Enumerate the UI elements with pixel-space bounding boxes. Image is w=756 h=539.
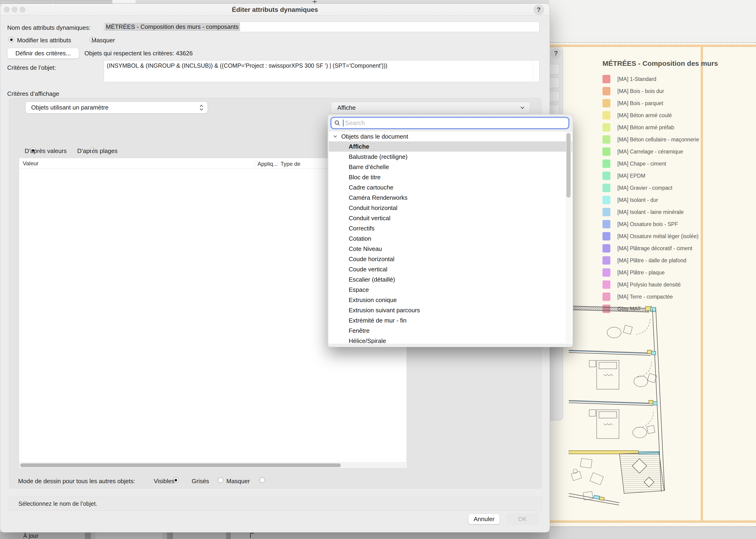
- list-item[interactable]: Conduit vertical: [329, 213, 572, 223]
- toolbar-divider: [167, 532, 173, 539]
- object-search-popup: Search Objets dans le document Affiche B…: [327, 114, 573, 347]
- radio-modify-attributes[interactable]: [8, 37, 14, 42]
- popup-scrollbar-thumb[interactable]: [566, 133, 571, 198]
- color-swatch: [603, 147, 610, 156]
- legend-label: [MA] Béton cellulaire - maçonnerie: [617, 136, 699, 143]
- list-item[interactable]: Coude horizontal: [329, 254, 572, 264]
- dialog-titlebar[interactable]: Éditer attributs dynamiques ?: [0, 4, 550, 16]
- object-criteria-label: Critères de l’objet:: [7, 64, 56, 71]
- column-header-applique[interactable]: Appliq...: [258, 161, 278, 167]
- legend-row: [MA] Plâtre - plaque: [603, 267, 751, 278]
- legend-row: [MA] Carrelage - céramique: [603, 146, 751, 158]
- color-swatch: [603, 160, 610, 168]
- legend-row: [MA] Isolant - laine minérale: [603, 206, 751, 218]
- list-item[interactable]: Cotation: [329, 233, 572, 244]
- horizontal-scrollbar[interactable]: [19, 462, 406, 468]
- criteria-count: Objets qui respectent les critères: 4362…: [84, 50, 193, 57]
- radio-grises-label: Grisés: [192, 478, 209, 485]
- legend-row: [MA] Béton armé coulé: [603, 109, 751, 121]
- list-item[interactable]: Barre d’échelle: [329, 162, 572, 172]
- parameter-select[interactable]: Objets utilisant un paramètre: [25, 102, 208, 114]
- legend-label: [MA] Chape - ciment: [617, 161, 666, 167]
- text-caret: [343, 119, 344, 126]
- legend-row: [MA] Plâtre - dalle de plafond: [603, 254, 751, 267]
- group-header[interactable]: Objets dans le document: [329, 132, 572, 141]
- list-item[interactable]: Extrusion conique: [329, 295, 572, 305]
- legend-row: [MA] Ossature bois - SPF: [603, 218, 751, 230]
- legend-row: [MA] Polysio haute densité: [603, 278, 751, 291]
- popup-list: Objets dans le document Affiche Balustra…: [329, 132, 572, 344]
- list-item[interactable]: Extrusion suivant parcours: [329, 305, 572, 315]
- list-item[interactable]: Hélice/Spirale: [329, 336, 572, 344]
- name-input[interactable]: MÉTRÉES - Composition des murs - composa…: [104, 22, 540, 32]
- define-criteria-button[interactable]: Définir des critères...: [7, 48, 79, 59]
- column-header-type[interactable]: Type de: [281, 161, 300, 167]
- scroll-gutter: [533, 60, 533, 82]
- legend-row: [MA] Terre - compactée: [603, 291, 751, 303]
- dialog-title: Éditer attributs dynamiques: [0, 6, 550, 14]
- list-item[interactable]: Conduit horizontal: [329, 203, 572, 213]
- background-status-text: À jour: [23, 532, 39, 539]
- floor-plan: [569, 305, 701, 521]
- legend-label: [MA] 1-Standard: [617, 76, 656, 82]
- help-button[interactable]: ?: [551, 48, 561, 58]
- list-item[interactable]: Cadre cartouche: [329, 182, 572, 193]
- list-item[interactable]: Extrémité de mur - fin: [329, 315, 572, 326]
- list-item[interactable]: Cote Niveau: [329, 244, 572, 254]
- list-item[interactable]: Espace: [329, 285, 572, 295]
- legend-title: MÉTRÉES - Composition des murs: [603, 59, 751, 67]
- legend-label: [MA] Polysio haute densité: [617, 281, 681, 288]
- ruler-mark: [313, 1, 317, 2]
- legend-label: [MA] Plâtrage décoratif - ciment: [617, 245, 692, 252]
- list-item[interactable]: Coude vertical: [329, 264, 572, 274]
- legend-label: [MA] Plâtre - plaque: [617, 270, 665, 276]
- list-item[interactable]: Caméra Renderworks: [329, 193, 572, 203]
- parameter-select-value: Objets utilisant un paramètre: [31, 104, 108, 111]
- ok-button[interactable]: OK: [507, 514, 538, 524]
- toolbar-fragment: [112, 0, 135, 3]
- color-swatch: [603, 75, 610, 83]
- legend-label: [MA] Plâtre - dalle de plafond: [617, 258, 687, 264]
- object-type-select[interactable]: Affiche: [331, 102, 530, 114]
- list-item[interactable]: Correctifs: [329, 223, 572, 233]
- radio-masquer[interactable]: [259, 477, 265, 483]
- list-item[interactable]: Escalier (détaillé): [329, 274, 572, 285]
- legend-row: [MA] Bois - bois dur: [603, 85, 751, 97]
- help-button[interactable]: ?: [534, 5, 544, 15]
- list-item[interactable]: Fenêtre: [329, 326, 572, 336]
- legend-row: [MA] Gravier - compact: [603, 182, 751, 194]
- popup-scrollbar[interactable]: [566, 132, 571, 343]
- column-divider[interactable]: [255, 160, 255, 167]
- color-swatch: [603, 208, 610, 216]
- legend-row: [MA] Plâtrage décoratif - ciment: [603, 242, 751, 254]
- search-input[interactable]: Search: [331, 118, 568, 128]
- name-value: MÉTRÉES - Composition des murs - composa…: [105, 23, 240, 31]
- ruler-mark: [250, 533, 254, 534]
- legend-row: [MA] Béton cellulaire - maçonnerie: [603, 133, 751, 146]
- column-header-valeur[interactable]: Valeur: [23, 160, 39, 167]
- color-swatch: [603, 292, 610, 301]
- toolbar-fragment: [53, 0, 113, 4]
- legend-label: [MA] Ossature métal léger (isolée): [617, 233, 699, 240]
- status-text: Sélectionnez le nom de l’objet.: [18, 501, 97, 507]
- list-item[interactable]: Balustrade (rectiligne): [329, 152, 572, 162]
- color-swatch: [603, 244, 610, 253]
- list-item[interactable]: Affiche: [329, 141, 572, 152]
- toolbar-divider: [85, 532, 91, 539]
- scrollbar-thumb[interactable]: [20, 463, 341, 467]
- list-item[interactable]: Bloc de titre: [329, 172, 572, 182]
- legend-row: [MA] Isolant - dur: [603, 194, 751, 206]
- cancel-button[interactable]: Annuler: [468, 514, 500, 524]
- object-criteria-box[interactable]: (INSYMBOL & (INGROUP & (INCLSUB)) & ((CO…: [104, 60, 540, 82]
- display-criteria-label: Critères d’affichage: [7, 90, 59, 98]
- legend-row: [MA] EPDM: [603, 170, 751, 182]
- toolbar-fragment: [95, 532, 163, 539]
- canvas-below-sheet: [549, 526, 756, 539]
- screen: MÉTRÉES - Composition des murs [MA] 1-St…: [0, 0, 756, 539]
- legend: MÉTRÉES - Composition des murs [MA] 1-St…: [603, 59, 751, 315]
- legend-row: [MA] Béton armé préfab: [603, 121, 751, 133]
- chevron-down-icon: [520, 106, 525, 110]
- radio-hide-label: Masquer: [91, 37, 115, 44]
- search-placeholder: Search: [345, 119, 365, 127]
- color-swatch: [603, 99, 610, 108]
